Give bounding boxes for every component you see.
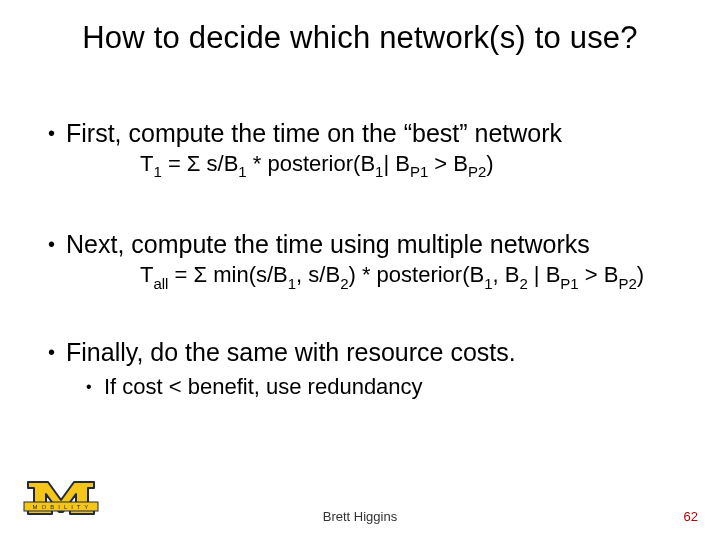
bullet-1-text: First, compute the time on the “best” ne… <box>66 118 562 148</box>
slide-title: How to decide which network(s) to use? <box>0 20 720 56</box>
f2-m1sub: 1 <box>288 275 296 292</box>
f2-end: ) <box>637 262 644 287</box>
f1-bar: | B <box>383 151 410 176</box>
f2-cpost: ) * posterior(B <box>348 262 484 287</box>
sub-bullet-1: • If cost < benefit, use redundancy <box>86 373 688 401</box>
f2-lhs-sub: all <box>153 275 168 292</box>
f1-pb1sub: 1 <box>375 163 383 180</box>
spacer <box>48 185 688 229</box>
formula-1: T1 = Σ s/B1 * posterior(B1| BP1 > BP2) <box>140 150 688 185</box>
f2-pb2sub: 2 <box>519 275 527 292</box>
slide: How to decide which network(s) to use? •… <box>0 0 720 540</box>
f2-pre: = Σ min(s/B <box>168 262 287 287</box>
bullet-2: • Next, compute the time using multiple … <box>48 229 688 259</box>
bullet-dot: • <box>86 373 104 401</box>
f1-pre: = Σ s/B <box>162 151 239 176</box>
f2-lhs-base: T <box>140 262 153 287</box>
f1-b1sub: 1 <box>238 163 246 180</box>
f1-bp2sub: P2 <box>468 163 486 180</box>
bullet-dot: • <box>48 229 66 259</box>
sub-bullet-1-text: If cost < benefit, use redundancy <box>104 373 423 401</box>
bullet-dot: • <box>48 337 66 367</box>
bullet-2-text: Next, compute the time using multiple ne… <box>66 229 590 259</box>
f2-c1: , s/B <box>296 262 340 287</box>
f1-lhs-base: T <box>140 151 153 176</box>
f1-gt: > B <box>428 151 468 176</box>
formula-2: Tall = Σ min(s/B1, s/B2) * posterior(B1,… <box>140 261 688 296</box>
footer-author: Brett Higgins <box>0 509 720 524</box>
f2-bp1sub: P1 <box>560 275 578 292</box>
f2-pb1sub: 1 <box>484 275 492 292</box>
f2-bar: | B <box>528 262 561 287</box>
f1-bp1sub: P1 <box>410 163 428 180</box>
f2-bp2sub: P2 <box>618 275 636 292</box>
f2-c2: , B <box>493 262 520 287</box>
bullet-dot: • <box>48 118 66 148</box>
f1-end: ) <box>486 151 493 176</box>
f1-lhs-sub: 1 <box>153 163 161 180</box>
bullet-3-text: Finally, do the same with resource costs… <box>66 337 516 367</box>
slide-body: • First, compute the time on the “best” … <box>48 118 688 401</box>
f2-m2sub: 2 <box>340 275 348 292</box>
f2-gt: > B <box>579 262 619 287</box>
bullet-1: • First, compute the time on the “best” … <box>48 118 688 148</box>
footer-page-number: 62 <box>684 509 698 524</box>
spacer <box>48 297 688 337</box>
f1-mid: * posterior(B <box>247 151 375 176</box>
bullet-3: • Finally, do the same with resource cos… <box>48 337 688 367</box>
